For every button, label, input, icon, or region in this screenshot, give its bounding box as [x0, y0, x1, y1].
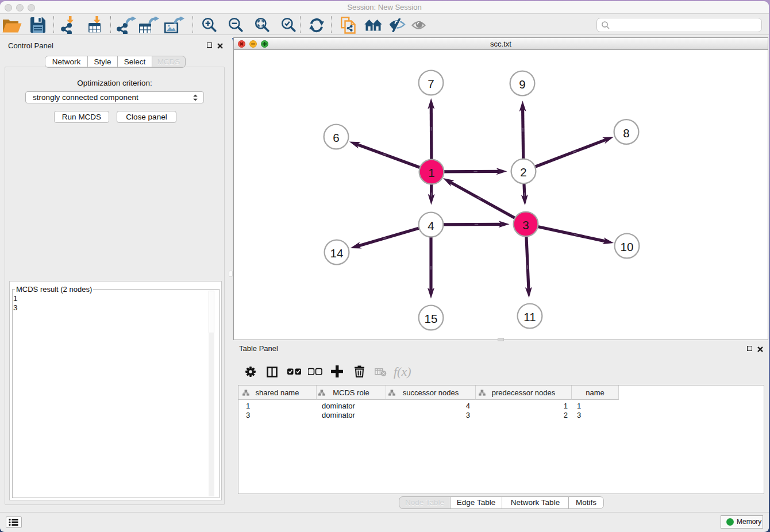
- svg-text:1: 1: [428, 166, 434, 179]
- svg-text:3: 3: [522, 218, 529, 232]
- svg-text:8: 8: [623, 126, 629, 140]
- svg-text:15: 15: [425, 312, 438, 325]
- svg-text:2: 2: [520, 165, 526, 179]
- svg-text:9: 9: [519, 78, 525, 91]
- svg-text:14: 14: [330, 246, 344, 260]
- svg-text:7: 7: [428, 77, 434, 90]
- svg-text:4: 4: [428, 219, 434, 232]
- svg-text:10: 10: [621, 240, 634, 253]
- svg-text:11: 11: [523, 310, 536, 323]
- svg-text:6: 6: [333, 131, 339, 144]
